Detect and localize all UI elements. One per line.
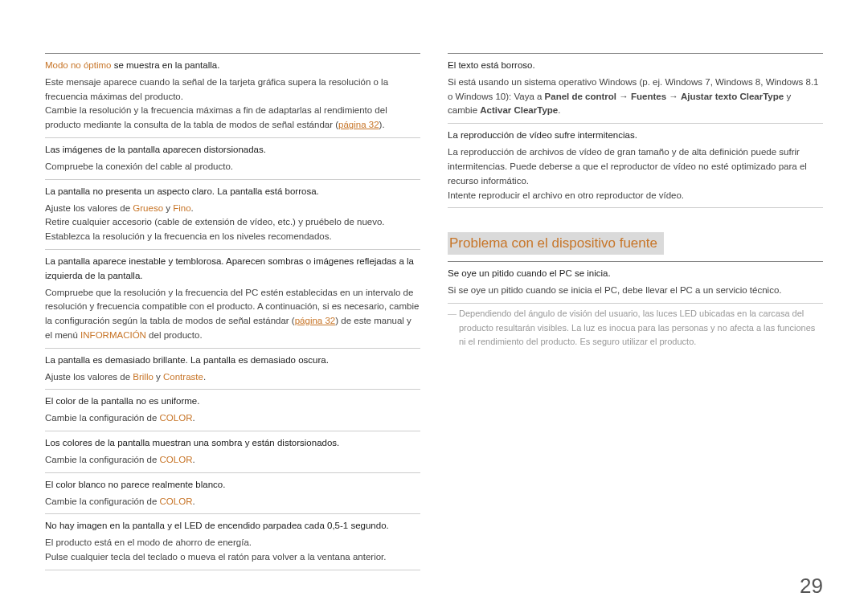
faq-item: La pantalla no presenta un aspecto claro… [45,180,420,250]
faq-item: La pantalla es demasiado brillante. La p… [45,349,420,390]
two-column-layout: Modo no óptimo se muestra en la pantalla… [45,53,823,570]
footnote: Dependiendo del ángulo de visión del usu… [448,304,823,349]
faq-item: Se oye un pitido cuando el PC se inicia.… [448,262,823,304]
faq-item: La pantalla aparece inestable y tembloro… [45,250,420,349]
faq-item: Los colores de la pantalla muestran una … [45,431,420,473]
page-number: 29 [800,574,823,599]
left-column: Modo no óptimo se muestra en la pantalla… [45,53,420,570]
faq-item: Las imágenes de la pantalla aparecen dis… [45,138,420,180]
faq-item: Modo no óptimo se muestra en la pantalla… [45,54,420,138]
faq-item: El texto está borroso. Si está usando un… [448,54,823,124]
faq-item: La reproducción de vídeo sufre intermite… [448,124,823,208]
section-heading: Problema con el dispositivo fuente [448,232,664,255]
right-column: El texto está borroso. Si está usando un… [448,53,823,570]
faq-item: El color blanco no parece realmente blan… [45,473,420,515]
faq-item: El color de la pantalla no es uniforme.C… [45,390,420,431]
page-link[interactable]: página 32 [338,120,379,129]
manual-page: Modo no óptimo se muestra en la pantalla… [0,0,868,570]
faq-item: No hay imagen en la pantalla y el LED de… [45,514,420,570]
page-link[interactable]: página 32 [295,316,336,325]
